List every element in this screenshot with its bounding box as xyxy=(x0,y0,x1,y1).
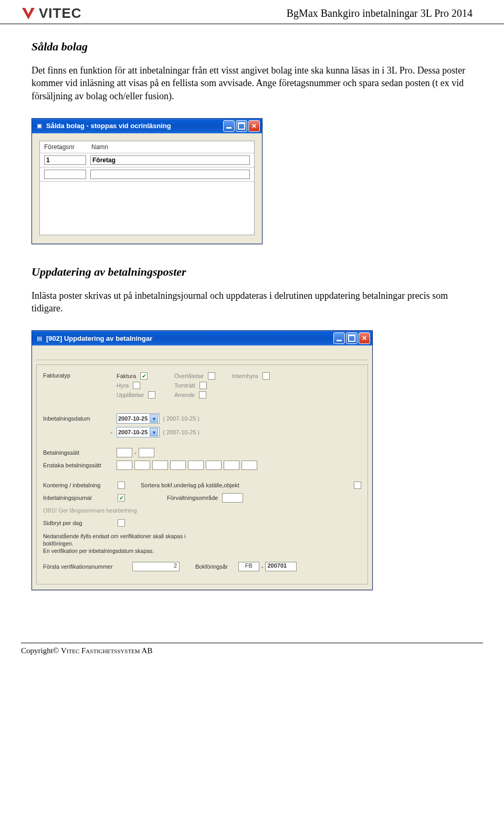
bokforingsar-dash: - xyxy=(261,563,264,570)
window-uppdatering: ▤ [902] Uppdatering av betalningar Faktu… xyxy=(32,330,373,590)
checkbox-journal[interactable] xyxy=(118,494,125,501)
forvaltningsomrade-input[interactable] xyxy=(222,493,243,503)
label-bokforingsar: Bokföringsår xyxy=(195,563,228,570)
footer-copyright: Copyright© xyxy=(21,646,61,655)
svg-point-0 xyxy=(31,8,33,10)
close-button[interactable] xyxy=(359,332,370,344)
window-icon: ▤ xyxy=(35,334,44,342)
betalningssatt-dash: - xyxy=(134,449,136,456)
checkbox-sortera[interactable] xyxy=(354,482,361,489)
page-footer: Copyright© Vitec Fastighetssystem AB xyxy=(21,643,483,666)
label-journal: Inbetalningsjournal xyxy=(43,495,117,501)
salda-bolag-grid: Företagsnr Namn 1 Företag xyxy=(39,141,255,235)
titlebar-uppdatering[interactable]: ▤ [902] Uppdatering av betalningar xyxy=(32,331,372,346)
enstaka-input-1[interactable] xyxy=(117,461,132,470)
logo: VITEC xyxy=(21,5,82,22)
logo-text: VITEC xyxy=(39,5,82,22)
table-row[interactable] xyxy=(40,168,254,182)
window-toolbar xyxy=(36,349,368,360)
logo-mark-icon xyxy=(21,7,36,20)
column-header-namn: Namn xyxy=(91,143,250,151)
label-sidbryt: Sidbryt per dag xyxy=(43,520,117,526)
label-betalningssatt: Betalningssätt xyxy=(43,449,117,456)
window-title: Sålda bolag - stoppas vid ocrinläsning xyxy=(46,122,222,130)
label-inbetalningsdatum: Inbetalningsdatum xyxy=(43,415,117,422)
option-hyra: Hyra xyxy=(117,382,174,389)
label-enstaka: Enstaka betalningssätt xyxy=(43,462,117,468)
maximize-button[interactable] xyxy=(236,120,247,132)
close-button[interactable] xyxy=(248,120,260,132)
minimize-button[interactable] xyxy=(333,332,345,344)
enstaka-input-7[interactable] xyxy=(224,461,239,470)
checkbox-overlatelse[interactable] xyxy=(208,372,215,380)
titlebar-salda-bolag[interactable]: ▣ Sålda bolag - stoppas vid ocrinläsning xyxy=(32,119,262,133)
label-kontering: Kontering / inbetalning xyxy=(43,482,117,488)
label-sortera: Sortera bokf.underlag på kställe,objekt xyxy=(141,482,353,488)
date-from-input[interactable]: 2007-10-25 ▾ xyxy=(117,413,160,424)
enstaka-input-2[interactable] xyxy=(134,461,150,470)
cell-foretagsnr[interactable]: 1 xyxy=(44,155,86,165)
enstaka-input-4[interactable] xyxy=(170,461,186,470)
option-upplatelse: Upplåtelse xyxy=(117,391,174,399)
checkbox-arrende[interactable] xyxy=(199,391,206,399)
checkbox-sidbryt[interactable] xyxy=(118,519,125,527)
date-to-hint: ( 2007-10-25 ) xyxy=(163,429,200,435)
checkbox-upplatelse[interactable] xyxy=(148,391,155,399)
checkbox-internhyra[interactable] xyxy=(262,372,270,380)
enstaka-input-6[interactable] xyxy=(206,461,222,470)
date-to-input[interactable]: 2007-10-25 ▾ xyxy=(117,427,160,437)
cell-namn[interactable]: Företag xyxy=(90,155,250,165)
checkbox-faktura[interactable] xyxy=(140,372,148,380)
chevron-down-icon[interactable]: ▾ xyxy=(150,414,158,423)
enstaka-input-8[interactable] xyxy=(242,461,257,470)
label-verifikationsnummer: Första verifikationsnummer xyxy=(43,563,132,570)
betalningssatt-to-input[interactable] xyxy=(139,448,154,457)
page-header: VITEC BgMax Bankgiro inbetalningar 3L Pr… xyxy=(0,0,504,24)
footer-company: Vitec Fastighetssystem AB xyxy=(61,646,152,655)
bokforingsar-prefix-input[interactable]: FB xyxy=(238,562,259,571)
document-title: BgMax Bankgiro inbetalningar 3L Pro 2014 xyxy=(287,7,472,19)
date-from-hint: ( 2007-10-25 ) xyxy=(163,415,200,422)
minimize-button[interactable] xyxy=(223,120,235,132)
paragraph-uppdatering: Inlästa poster skrivas ut på inbetalning… xyxy=(32,289,472,315)
paragraph-salda-bolag: Det finns en funktion för att inbetalnin… xyxy=(32,64,472,102)
label-forvaltningsomrade: Förvaltningsområde xyxy=(167,495,218,501)
option-arrende: Arrende xyxy=(174,391,232,399)
verifikationsnummer-input[interactable]: 2 xyxy=(132,562,180,571)
chevron-down-icon[interactable]: ▾ xyxy=(150,428,158,436)
option-faktura: Faktura xyxy=(117,372,174,380)
checkbox-kontering[interactable] xyxy=(118,482,125,489)
date-range-dash: - xyxy=(43,429,117,435)
column-header-foretagsnr: Företagsnr xyxy=(44,143,91,151)
table-row[interactable]: 1 Företag xyxy=(40,153,254,168)
enstaka-input-5[interactable] xyxy=(188,461,204,470)
cell-namn[interactable] xyxy=(90,170,250,179)
window-title: [902] Uppdatering av betalningar xyxy=(46,334,332,342)
bokforingsar-value-input[interactable]: 200701 xyxy=(265,562,297,571)
verification-note: Nedanstående ifylls endast om verifikati… xyxy=(43,533,211,555)
checkbox-hyra[interactable] xyxy=(133,382,140,389)
window-salda-bolag: ▣ Sålda bolag - stoppas vid ocrinläsning… xyxy=(32,118,262,244)
window-icon: ▣ xyxy=(35,122,44,130)
option-internhyra: Internhyra xyxy=(232,372,290,380)
betalningssatt-from-input[interactable] xyxy=(117,448,132,457)
section-heading-salda-bolag: Sålda bolag xyxy=(32,40,472,54)
label-fakturatyp: Fakturatyp xyxy=(43,372,117,379)
option-overlatelse: Överlåtelse xyxy=(174,372,232,380)
option-tomtratt: Tomträtt xyxy=(174,382,232,389)
maximize-button[interactable] xyxy=(346,332,358,344)
checkbox-tomtratt[interactable] xyxy=(200,382,207,389)
enstaka-input-3[interactable] xyxy=(152,461,168,470)
cell-foretagsnr[interactable] xyxy=(44,170,86,179)
section-heading-uppdatering: Uppdatering av betalningsposter xyxy=(32,265,472,279)
label-obs: OBS! Ger långsammare bearbetning xyxy=(43,507,137,514)
